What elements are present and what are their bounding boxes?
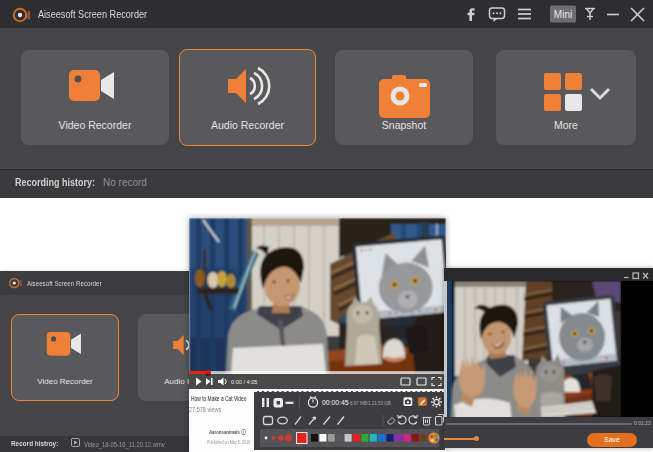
svg-text:8.97 MB/1.21.53 GB: 8.97 MB/1.21.53 GB [350, 401, 391, 406]
svg-text:0:00 / 4:05: 0:00 / 4:05 [231, 379, 257, 385]
svg-text:Mini: Mini [554, 9, 572, 20]
svg-text:00:00:45: 00:00:45 [322, 399, 349, 406]
